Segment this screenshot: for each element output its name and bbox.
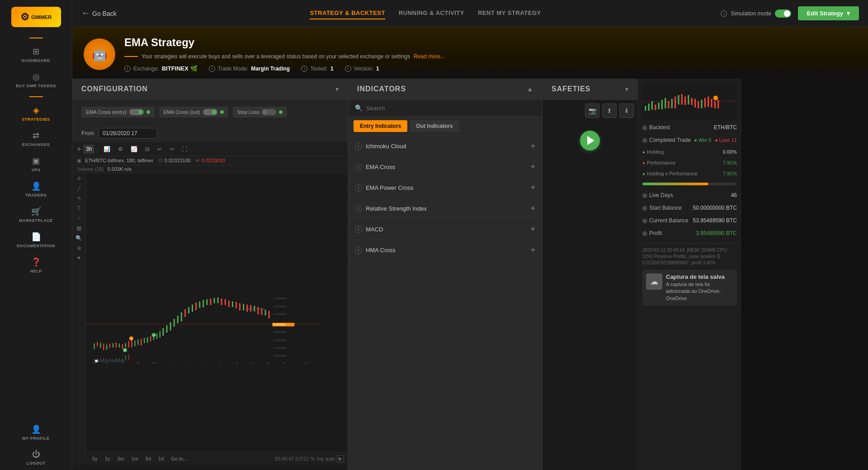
download-btn[interactable]: ⬇	[619, 103, 634, 118]
hxp-dot: ●	[642, 171, 645, 176]
list-item[interactable]: i HMA Cross +	[348, 240, 542, 261]
zoom-tool[interactable]: 🔍	[75, 235, 82, 241]
sidebar-item-my-profile[interactable]: 👤 MY PROFILE	[0, 420, 72, 445]
add-ema-power-btn[interactable]: +	[530, 183, 535, 193]
tab-running-activity[interactable]: RUNNING & ACTIVITY	[399, 7, 464, 19]
timeframe-5y[interactable]: 5y	[90, 455, 100, 462]
tab-out-indicators[interactable]: Out Indicators	[410, 120, 459, 132]
timeframe-5d[interactable]: 5d	[143, 455, 154, 462]
sidebar-item-logout[interactable]: ⏻ LOGOUT	[0, 445, 72, 470]
chart-type-btn[interactable]: 📊	[101, 145, 113, 154]
add-macd-btn[interactable]: +	[530, 225, 535, 234]
performance-row: ● Performance 7.91%	[642, 159, 737, 166]
strategy-title: EMA Strategy	[124, 36, 445, 49]
live-days-item: ◎ Live Days 46	[642, 191, 737, 200]
stop-loss-switch[interactable]	[262, 109, 276, 115]
back-button[interactable]: ← Go Back	[81, 9, 117, 18]
nav-arrow[interactable]: ▶	[337, 455, 344, 462]
add-ema-cross-btn[interactable]: +	[530, 162, 535, 172]
sidebar-item-marketplace[interactable]: 🛒 MARKETPLACE	[0, 202, 72, 227]
ema-entry-switch[interactable]	[129, 109, 144, 115]
sidebar-item-help[interactable]: ❓ HELP	[0, 253, 72, 278]
trade-mode-value: Margin Trading	[251, 66, 290, 72]
play-button[interactable]	[580, 131, 600, 150]
add-hma-btn[interactable]: +	[530, 245, 535, 255]
notice-line	[124, 56, 138, 57]
date-input[interactable]	[99, 128, 157, 139]
undo-btn[interactable]: ↩	[155, 145, 165, 154]
ema-cross-entry-toggle[interactable]: EMA Cross (entry)	[81, 107, 155, 118]
svg-rect-109	[645, 106, 646, 110]
svg-rect-52	[203, 300, 204, 307]
read-more-link[interactable]: Read more...	[414, 53, 445, 60]
sidebar-item-documentation[interactable]: 📄 DOCUMENTATION	[0, 227, 72, 253]
tab-rent-strategy[interactable]: RENT MY STRATEGY	[478, 7, 541, 19]
edit-strategy-button[interactable]: Edit Strategy ▾	[798, 6, 859, 20]
ema-entry-dot	[138, 110, 143, 114]
sidebar-item-strategies[interactable]: ◈ STRATEGIES	[0, 101, 72, 126]
ruler-tool[interactable]: ▦	[76, 225, 81, 231]
list-item[interactable]: i MACD +	[348, 219, 542, 240]
tab-entry-indicators[interactable]: Entry Indicators	[354, 120, 407, 132]
search-input[interactable]	[366, 105, 535, 112]
start-balance-value: 50.00000000 BTC	[693, 205, 737, 211]
ema-out-switch[interactable]	[203, 109, 217, 115]
fullscreen-btn[interactable]: ⛶	[179, 145, 190, 154]
live-days-label: Live Days	[649, 192, 673, 198]
list-item[interactable]: i Relative Strength Index +	[348, 198, 542, 219]
live-days-icon: ◎	[642, 192, 647, 198]
svg-text:0.02800000: 0.02800000	[274, 297, 286, 300]
indicators-panel-header[interactable]: INDICATORS ▲	[348, 79, 542, 100]
indicator-info-icon: i	[355, 164, 362, 171]
sidebar-item-traders[interactable]: 👤 TRADERS	[0, 177, 72, 202]
add-rsi-btn[interactable]: +	[530, 204, 535, 213]
settings-btn[interactable]: ⚙	[115, 145, 126, 154]
sidebar-item-buy-gmr[interactable]: ◎ BUY GMR TOKENS	[0, 67, 72, 93]
crosshair-tool[interactable]: ✛	[77, 175, 81, 182]
list-item[interactable]: i EMA Cross +	[348, 157, 542, 178]
ema-cross-out-toggle[interactable]: EMA Cross (out)	[159, 107, 228, 118]
list-item[interactable]: i Ichimoku Cloud +	[348, 136, 542, 157]
line-tool[interactable]: ╱	[77, 185, 80, 192]
text-tool[interactable]: T	[77, 205, 80, 212]
stop-loss-label: Stop Loss	[237, 109, 259, 115]
camera-btn[interactable]: 📷	[585, 103, 599, 118]
add-ichimoku-btn[interactable]: +	[530, 141, 535, 151]
chart-timestamp: 20:49:47 (UTC)	[274, 456, 309, 461]
sim-mode-toggle[interactable]	[775, 9, 791, 18]
magnet-tool[interactable]: ⊕	[77, 245, 81, 251]
pencil-tool[interactable]: ✎	[77, 195, 81, 202]
fork-tool[interactable]: ⑃	[77, 215, 80, 221]
tab-strategy-backtest[interactable]: STRATEGY & BACKTEST	[310, 7, 385, 19]
nav-down-icon[interactable]: ▼	[76, 255, 82, 261]
config-panel-header[interactable]: CONFIGURATION ▾	[72, 79, 348, 100]
svg-rect-34	[147, 337, 148, 343]
auto-btn[interactable]: auto	[326, 456, 335, 461]
sidebar-item-vps[interactable]: ▣ VPS	[0, 151, 72, 177]
stop-loss-toggle[interactable]: Stop Loss	[233, 107, 288, 118]
timeframe-1d[interactable]: 1d	[156, 455, 166, 462]
hxp-label: Holding x Performance	[647, 171, 698, 176]
svg-rect-23	[125, 343, 126, 347]
sidebar-item-dashboard[interactable]: ⊞ DASHBOARD	[0, 42, 72, 67]
timeframe-1y[interactable]: 1y	[102, 455, 113, 462]
marketplace-icon: 🛒	[31, 207, 41, 216]
ema-entry-status-dot	[146, 110, 150, 114]
start-balance-label: Start Balance	[649, 205, 682, 211]
compare-btn[interactable]: 📈	[128, 145, 140, 154]
holding-icon-label: ● Holding	[642, 149, 664, 155]
timeframe-goto[interactable]: Go to...	[168, 455, 190, 462]
log-btn[interactable]: log	[317, 456, 324, 461]
sidebar-item-exchanges[interactable]: ⇄ EXCHANGES	[0, 126, 72, 151]
timeframe-3h-btn[interactable]: 3h	[83, 145, 94, 154]
upload-btn[interactable]: ⬆	[602, 103, 617, 118]
chart-high-label: H	[196, 158, 199, 163]
safeties-panel-header[interactable]: SAFETIES ▾	[542, 79, 637, 100]
svg-rect-127	[704, 98, 706, 108]
list-item[interactable]: i EMA Power Cross +	[348, 178, 542, 198]
timeframe-3m[interactable]: 3m	[114, 455, 127, 462]
timeframe-1m[interactable]: 1m	[129, 455, 141, 462]
redo-btn[interactable]: ↪	[167, 145, 177, 154]
layout-btn[interactable]: ⊟	[142, 145, 152, 154]
dashboard-icon: ⊞	[33, 47, 39, 56]
